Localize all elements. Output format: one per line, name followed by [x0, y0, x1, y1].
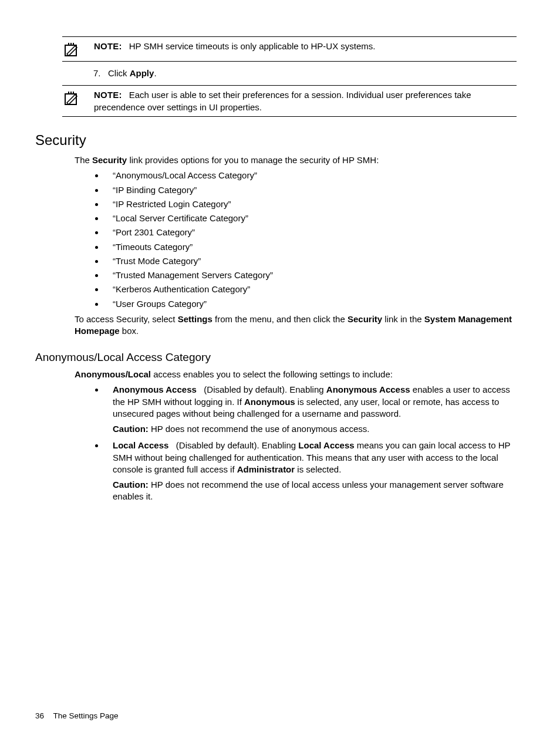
heading-security: Security [35, 131, 517, 150]
def-local-access: Local Access (Disabled by default). Enab… [104, 440, 517, 502]
note-text-2: NOTE:Each user is able to set their pref… [83, 89, 517, 113]
anon-local-intro: Anonymous/Local access enables you to se… [35, 369, 517, 380]
footer-title: The Settings Page [53, 711, 119, 720]
step-number: 7. [93, 68, 101, 78]
security-link[interactable]: “Timeouts Category” [104, 241, 517, 253]
step-suffix: . [154, 68, 156, 78]
term: Anonymous Access [113, 384, 197, 394]
note-body: Each user is able to set their preferenc… [94, 90, 471, 112]
security-link[interactable]: “IP Binding Category” [104, 184, 517, 196]
security-intro: The Security link provides options for y… [35, 154, 517, 166]
security-link[interactable]: “Local Server Certificate Category” [104, 212, 517, 224]
page-number: 36 [35, 711, 44, 721]
note-icon [62, 89, 83, 107]
def-anonymous-access: Anonymous Access (Disabled by default). … [104, 384, 517, 435]
note-label: NOTE: [94, 41, 122, 51]
step-bold: Apply [130, 68, 154, 78]
security-link[interactable]: “Trust Mode Category” [104, 255, 517, 267]
security-links: “Anonymous/Local Access Category” “IP Bi… [35, 170, 517, 310]
security-link[interactable]: “User Groups Category” [104, 298, 517, 310]
caution-label: Caution: [113, 480, 149, 490]
heading-anon-local: Anonymous/Local Access Category [35, 350, 517, 365]
note-text-1: NOTE:HP SMH service timeouts is only app… [83, 40, 517, 52]
security-access-instr: To access Security, select Settings from… [35, 313, 517, 337]
caution-text: HP does not recommend the use of local a… [113, 480, 504, 501]
step-prefix: Click [108, 68, 130, 78]
page-footer: 36 The Settings Page [35, 711, 119, 721]
security-link[interactable]: “Trusted Management Servers Category” [104, 269, 517, 281]
note-label: NOTE: [94, 90, 122, 100]
note-block-1: NOTE:HP SMH service timeouts is only app… [62, 36, 517, 62]
caution-text: HP does not recommend the use of anonymo… [149, 424, 370, 434]
note-block-2: NOTE:Each user is able to set their pref… [62, 85, 517, 117]
note-body: HP SMH service timeouts is only applicab… [129, 41, 376, 51]
note-icon [62, 40, 83, 58]
anon-local-list: Anonymous Access (Disabled by default). … [35, 384, 517, 502]
caution-label: Caution: [113, 424, 149, 434]
security-link[interactable]: “IP Restricted Login Category” [104, 198, 517, 210]
security-link[interactable]: “Anonymous/Local Access Category” [104, 170, 517, 181]
step-7: 7. Click Apply. [93, 67, 517, 79]
step-list: 7. Click Apply. [35, 67, 517, 79]
security-link[interactable]: “Port 2301 Category” [104, 227, 517, 238]
term: Local Access [113, 440, 168, 450]
security-link[interactable]: “Kerberos Authentication Category” [104, 283, 517, 295]
